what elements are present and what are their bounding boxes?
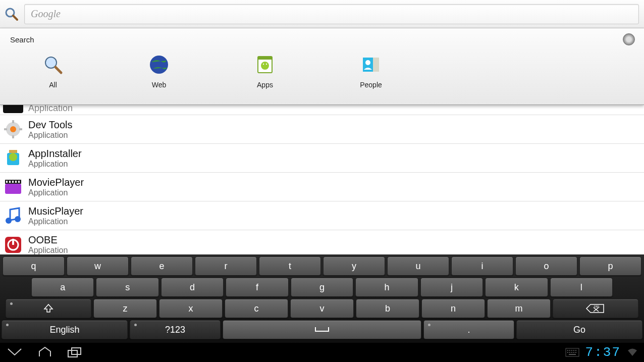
space-icon: [314, 326, 330, 333]
key-e[interactable]: e: [131, 256, 193, 276]
category-label: People: [360, 81, 382, 89]
key-w[interactable]: w: [67, 256, 129, 276]
svg-rect-47: [575, 352, 576, 353]
home-icon[interactable]: [37, 346, 52, 358]
android-icon: [255, 55, 275, 75]
svg-rect-18: [19, 128, 22, 130]
key-v[interactable]: v: [290, 299, 354, 318]
key-s[interactable]: s: [96, 278, 158, 297]
key-symbols[interactable]: ?123: [130, 320, 221, 339]
key-l[interactable]: l: [550, 278, 613, 297]
key-go[interactable]: Go: [516, 320, 642, 339]
key-f[interactable]: f: [226, 278, 288, 297]
svg-point-12: [365, 60, 370, 65]
key-h[interactable]: h: [355, 278, 418, 297]
svg-point-7: [261, 62, 269, 70]
key-z[interactable]: z: [93, 299, 157, 318]
category-label: Web: [152, 81, 167, 89]
svg-rect-25: [9, 181, 11, 183]
key-k[interactable]: k: [485, 278, 548, 297]
key-language[interactable]: English: [2, 320, 128, 339]
key-g[interactable]: g: [291, 278, 353, 297]
settings-gear-icon[interactable]: [623, 33, 635, 45]
svg-rect-44: [569, 352, 570, 353]
key-i[interactable]: i: [451, 256, 513, 276]
key-p[interactable]: p: [579, 256, 641, 276]
backspace-icon: DEL: [585, 303, 606, 314]
key-shift[interactable]: [6, 299, 91, 318]
search-category-panel: Search All Web: [0, 28, 644, 105]
key-delete[interactable]: DEL: [553, 299, 638, 318]
svg-point-4: [150, 56, 168, 74]
item-title: Application: [28, 105, 73, 114]
svg-point-14: [10, 126, 16, 132]
list-item[interactable]: MusicPlayer Application: [0, 201, 644, 230]
item-subtitle: Application: [28, 160, 82, 169]
svg-point-30: [15, 216, 21, 222]
app-icon: [3, 105, 23, 113]
svg-rect-38: [567, 350, 568, 351]
key-r[interactable]: r: [195, 256, 257, 276]
keyboard-indicator-icon[interactable]: [565, 348, 579, 357]
movie-icon: [3, 177, 23, 197]
status-clock: 7:37: [585, 345, 621, 360]
globe-icon: [149, 55, 169, 75]
category-apps[interactable]: Apps: [212, 51, 318, 92]
shift-icon: [43, 303, 53, 314]
svg-rect-46: [573, 352, 574, 353]
svg-rect-40: [571, 350, 572, 351]
key-space[interactable]: [223, 320, 421, 339]
key-o[interactable]: o: [515, 256, 577, 276]
recent-apps-icon[interactable]: [67, 346, 83, 358]
category-people[interactable]: People: [318, 51, 424, 92]
svg-rect-43: [567, 352, 568, 353]
on-screen-keyboard: qwertyuiop asdfghjkl zxcvbnmDEL English …: [0, 254, 644, 343]
list-item[interactable]: Dev Tools Application: [0, 115, 644, 144]
key-n[interactable]: n: [421, 299, 485, 318]
key-t[interactable]: t: [259, 256, 321, 276]
item-subtitle: Application: [28, 217, 83, 226]
list-item[interactable]: Application: [0, 105, 644, 115]
svg-rect-45: [571, 352, 572, 353]
search-input[interactable]: [24, 4, 639, 24]
item-subtitle: Application: [28, 188, 84, 197]
people-icon: [361, 55, 381, 75]
list-item[interactable]: OOBE Application: [0, 230, 644, 254]
android-icon: [3, 148, 23, 168]
hide-keyboard-icon[interactable]: [6, 347, 23, 358]
key-x[interactable]: x: [159, 299, 223, 318]
category-web[interactable]: Web: [106, 51, 212, 92]
item-subtitle: Application: [28, 246, 68, 254]
svg-rect-22: [5, 184, 21, 194]
music-icon: [3, 205, 23, 226]
key-u[interactable]: u: [387, 256, 449, 276]
svg-point-29: [6, 218, 12, 224]
svg-rect-11: [373, 58, 379, 72]
gear-icon: [3, 119, 23, 139]
key-period[interactable]: .: [423, 320, 514, 339]
key-j[interactable]: j: [420, 278, 483, 297]
key-c[interactable]: c: [225, 299, 288, 318]
svg-point-20: [9, 153, 17, 161]
svg-rect-48: [569, 354, 576, 355]
category-all[interactable]: All: [0, 51, 106, 92]
key-a[interactable]: a: [31, 278, 94, 297]
list-item[interactable]: AppInstaller Application: [0, 144, 644, 173]
key-q[interactable]: q: [3, 256, 65, 276]
svg-rect-35: [68, 350, 77, 357]
key-m[interactable]: m: [487, 299, 551, 318]
svg-rect-39: [569, 350, 570, 351]
svg-rect-33: [12, 239, 14, 245]
key-b[interactable]: b: [356, 299, 419, 318]
key-y[interactable]: y: [323, 256, 385, 276]
list-item[interactable]: MoviePlayer Application: [0, 173, 644, 201]
item-title: Dev Tools: [28, 119, 72, 131]
key-d[interactable]: d: [161, 278, 224, 297]
svg-line-3: [56, 67, 61, 73]
category-label: All: [49, 81, 57, 89]
item-title: MoviePlayer: [28, 177, 84, 188]
search-icon[interactable]: [0, 7, 23, 22]
panel-title: Search: [10, 35, 34, 44]
magnifier-icon: [43, 55, 63, 75]
svg-text:DEL: DEL: [594, 305, 600, 308]
